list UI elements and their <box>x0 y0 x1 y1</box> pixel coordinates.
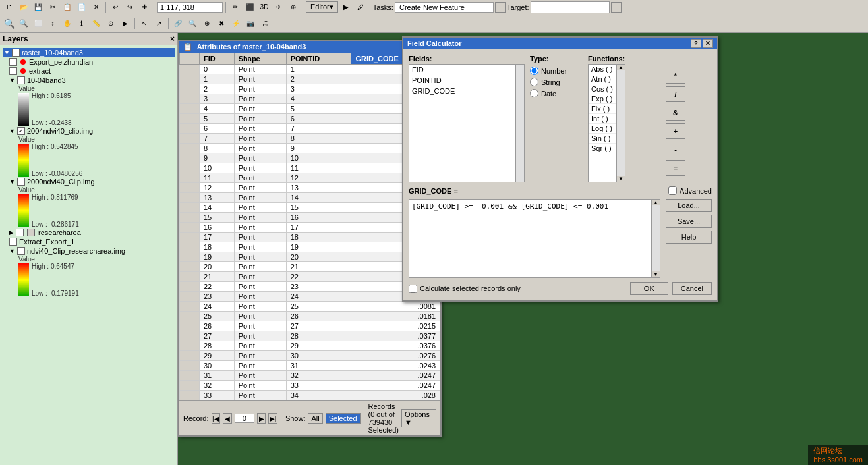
table-row[interactable]: 24Point25.0081 <box>180 302 440 312</box>
table-cell[interactable]: 11 <box>200 173 235 183</box>
paste-btn[interactable]: 📄 <box>75 1 88 13</box>
table-cell[interactable]: 9 <box>286 144 351 153</box>
table-cell[interactable]: 23 <box>200 292 235 302</box>
table-cell[interactable]: 16 <box>286 213 351 223</box>
fc-type-number-row[interactable]: Number <box>530 67 583 75</box>
table-cell[interactable]: 14 <box>200 203 235 213</box>
prev-record-btn[interactable]: ◀ <box>223 413 232 424</box>
table-cell[interactable]: 19 <box>200 252 235 262</box>
table-cell[interactable]: 17 <box>286 223 351 232</box>
table-cell[interactable]: Point <box>234 341 286 351</box>
table-cell[interactable]: 31 <box>200 371 235 381</box>
search-btn[interactable]: 🔍 <box>186 18 199 30</box>
new-btn[interactable]: 🗋 <box>3 1 16 13</box>
table-cell[interactable]: 32 <box>200 381 235 391</box>
table-cell[interactable]: 4 <box>200 104 235 114</box>
table-cell[interactable]: Point <box>234 74 286 84</box>
fc-func-item[interactable]: Int ( ) <box>589 114 616 124</box>
fc-type-string-row[interactable]: String <box>530 78 583 86</box>
table-cell[interactable]: 3 <box>200 94 235 104</box>
map-area[interactable]: 📋 Attributes of raster_10-04band3 _ □ ✕ … <box>178 33 868 465</box>
table-cell[interactable]: Point <box>234 84 286 94</box>
fc-divide-btn[interactable]: / <box>666 86 685 102</box>
table-cell[interactable]: 12 <box>200 183 235 193</box>
table-cell[interactable]: 27 <box>200 331 235 341</box>
expr-scroll-down[interactable]: ▼ <box>653 271 658 277</box>
func-scroll-up[interactable]: ▲ <box>618 65 623 70</box>
fc-func-item[interactable]: Sqr ( ) <box>589 144 616 153</box>
measure-btn[interactable]: 📏 <box>90 18 103 30</box>
table-row[interactable]: 31Point32.0247 <box>180 371 440 381</box>
fc-func-scrollbar[interactable]: ▲ ▼ <box>616 64 625 182</box>
table-row[interactable]: 26Point27.0215 <box>180 321 440 331</box>
next-record-btn[interactable]: ▶ <box>257 413 266 424</box>
table-cell[interactable]: Point <box>234 242 286 252</box>
table-row[interactable]: 3Point4.0042 <box>180 94 440 104</box>
table-cell[interactable]: 1 <box>200 74 235 84</box>
table-cell[interactable]: 0 <box>200 65 235 74</box>
target-dropdown[interactable] <box>611 2 622 13</box>
digitize-btn[interactable]: ✏ <box>229 1 242 13</box>
lightning-btn[interactable]: ⚡ <box>229 18 243 30</box>
table-cell[interactable]: 3 <box>286 84 351 94</box>
layer-checkbox-ndvi2000[interactable] <box>17 178 25 186</box>
layer-checkbox-band3[interactable] <box>17 76 25 84</box>
table-cell[interactable]: 18 <box>286 232 351 242</box>
table-cell[interactable]: 21 <box>200 272 235 282</box>
table-cell[interactable]: 30 <box>200 361 235 371</box>
table-cell[interactable]: 15 <box>200 213 235 223</box>
table-row[interactable]: 4Point5.0108 <box>180 104 440 114</box>
table-cell[interactable]: .0215 <box>351 321 440 331</box>
fc-func-item[interactable]: Sin ( ) <box>589 134 616 144</box>
table-cell[interactable]: 17 <box>200 232 235 242</box>
fc-expr-scrollbar[interactable]: ▲ ▼ <box>651 199 660 278</box>
3d-btn[interactable]: 3D <box>258 1 271 13</box>
pan-btn[interactable]: ✋ <box>61 18 74 30</box>
table-cell[interactable]: 10 <box>286 153 351 163</box>
func-scroll-down[interactable]: ▼ <box>618 176 623 182</box>
fc-ampersand-btn[interactable]: & <box>666 105 685 121</box>
fc-type-date-radio[interactable] <box>530 89 538 97</box>
table-row[interactable]: 11Point12.0178 <box>180 173 440 183</box>
fc-calc-checkbox[interactable] <box>409 285 417 293</box>
table-row[interactable]: 32Point33.0247 <box>180 381 440 391</box>
table-cell[interactable]: .0243 <box>351 361 440 371</box>
select3-btn[interactable]: ⊕ <box>200 18 214 30</box>
fc-field-item[interactable]: POINTID <box>409 75 515 86</box>
table-cell[interactable]: 30 <box>286 351 351 361</box>
zoom-layer-btn[interactable]: ↕ <box>46 18 59 30</box>
fc-field-item[interactable]: FID <box>409 65 515 75</box>
cursor-btn[interactable]: ⊕ <box>287 1 300 13</box>
table-row[interactable]: 1Point2.0142 <box>180 74 440 84</box>
table-cell[interactable]: 26 <box>286 312 351 321</box>
fc-save-btn[interactable]: Save... <box>666 215 712 228</box>
table-row[interactable]: 22Point23.0214 <box>180 282 440 292</box>
select-btn[interactable]: ⬛ <box>243 1 256 13</box>
table-cell[interactable]: 21 <box>286 262 351 272</box>
table-cell[interactable]: Point <box>234 391 286 400</box>
fc-type-date-row[interactable]: Date <box>530 89 583 97</box>
table-cell[interactable]: 25 <box>200 312 235 321</box>
table-row[interactable]: 2Point3.0076 <box>180 84 440 94</box>
editor-dropdown[interactable]: Editor▾ <box>306 1 338 13</box>
table-cell[interactable]: .0247 <box>351 371 440 381</box>
layer-checkbox-extract-export[interactable] <box>9 238 17 246</box>
layer-checkbox-export[interactable] <box>9 58 17 66</box>
table-cell[interactable]: Point <box>234 302 286 312</box>
table-cell[interactable]: 16 <box>200 223 235 232</box>
table-cell[interactable]: Point <box>234 65 286 74</box>
record-input[interactable] <box>235 414 254 423</box>
fc-type-number-radio[interactable] <box>530 67 538 75</box>
table-cell[interactable]: 7 <box>200 134 235 144</box>
table-row[interactable]: 12Point13.0109 <box>180 183 440 193</box>
table-cell[interactable]: 13 <box>200 193 235 203</box>
fc-field-item[interactable]: GRID_CODE <box>409 86 515 96</box>
copy-btn[interactable]: 📋 <box>61 1 74 13</box>
table-cell[interactable]: 6 <box>286 114 351 124</box>
layer-item-extract-export[interactable]: Extract_Export_1 <box>8 237 175 246</box>
table-cell[interactable]: Point <box>234 252 286 262</box>
table-row[interactable]: 6Point7.0107 <box>180 124 440 134</box>
layer-item-raster1004[interactable]: ▼ raster_10-04band3 <box>3 48 175 57</box>
table-cell[interactable]: 20 <box>286 252 351 262</box>
table-row[interactable]: 27Point28.0377 <box>180 331 440 341</box>
